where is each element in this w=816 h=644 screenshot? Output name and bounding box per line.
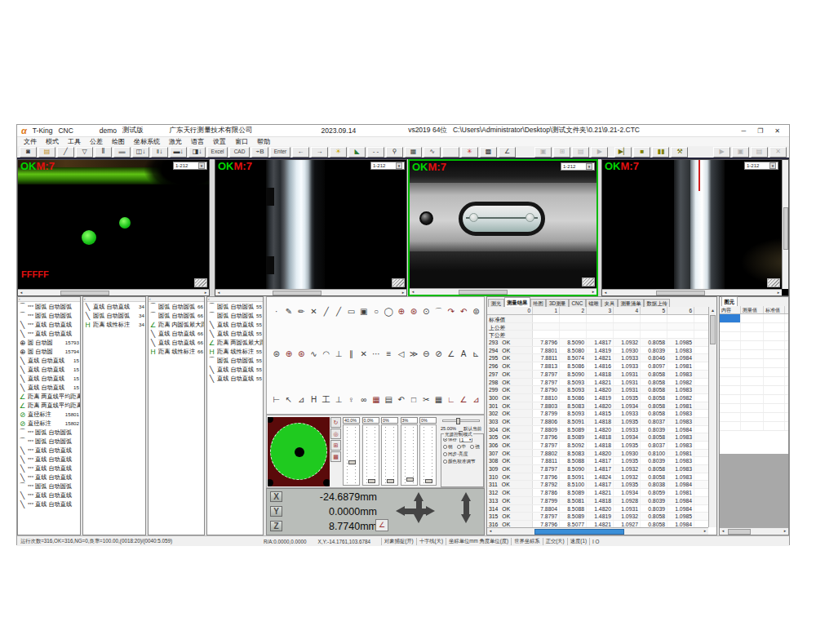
element-cell[interactable]	[764, 404, 785, 412]
table-row[interactable]: 316OK7.87968.50771.48211.09270.80581.098…	[487, 521, 708, 527]
tool-icon-r1-4[interactable]: ✕	[308, 305, 320, 318]
list-item[interactable]: ╲直线自动直线34	[83, 302, 145, 311]
cell[interactable]: 7.8799	[533, 410, 560, 417]
cell[interactable]: 7.8804	[533, 505, 560, 513]
element-cell[interactable]	[741, 359, 764, 367]
slider-track[interactable]	[381, 424, 398, 486]
slider-track[interactable]	[401, 424, 418, 486]
camera-pane-2[interactable]: OKM:7 1-212▾ ◂▸	[215, 159, 407, 296]
cell[interactable]: 1.0933	[614, 362, 641, 370]
cell[interactable]: 1.4820	[587, 426, 614, 433]
tool-icon-r3-1[interactable]: ⊢	[270, 393, 282, 406]
cell[interactable]: 7.8790	[533, 386, 560, 393]
resize-grip-icon[interactable]	[194, 278, 207, 287]
tab-2[interactable]: 测量结果	[504, 297, 530, 307]
element-row[interactable]	[720, 323, 788, 332]
cell[interactable]: 7.8801	[533, 347, 560, 354]
element-row[interactable]	[720, 404, 788, 413]
cell[interactable]: 8.5088	[560, 457, 587, 464]
tool-icon-r2-9[interactable]: ⋯	[370, 348, 382, 360]
cell[interactable]: 1.4820	[587, 505, 614, 513]
list-item[interactable]: ╲直线自动直线55	[207, 320, 263, 329]
tab-7[interactable]: 夹具	[601, 299, 618, 307]
chevron-down-icon[interactable]: ▾	[769, 162, 776, 169]
tool-icon-r1-5[interactable]: ╱	[320, 305, 332, 318]
element-row[interactable]	[720, 359, 788, 368]
ramp-button[interactable]: ◣	[348, 147, 366, 158]
chevron-down-icon[interactable]: ▾	[586, 163, 592, 170]
list-item[interactable]: ╲***直线自动直线	[18, 500, 80, 509]
level-radio-1[interactable]: 弱	[443, 444, 453, 451]
table-row[interactable]: 300OK7.88108.50861.48191.09350.80581.098…	[487, 394, 708, 402]
tolerance-row[interactable]: 标准值	[487, 315, 708, 323]
level-radio-3[interactable]: 强	[470, 444, 480, 451]
element-cell[interactable]	[720, 323, 741, 331]
list-item[interactable]: ╲圆弧自动圆弧34	[83, 311, 145, 320]
cell[interactable]: 0.8058	[641, 521, 667, 527]
light-mode-button-4[interactable]: ▩	[330, 451, 341, 462]
element-row[interactable]	[720, 395, 788, 404]
list-item[interactable]: ╲直线自动直线15	[18, 383, 80, 392]
element-cell[interactable]	[741, 350, 764, 358]
cell[interactable]: 7.8806	[533, 418, 560, 425]
cell[interactable]: 1.4818	[587, 371, 614, 378]
cell[interactable]: 8.5093	[560, 386, 587, 393]
excel-export-button[interactable]: Excel	[207, 147, 228, 158]
master-brightness-slider[interactable]	[442, 420, 480, 422]
list-item[interactable]: ⌒***圆弧自动圆弧	[18, 311, 80, 320]
tool-icon-r3-12[interactable]: □	[407, 393, 419, 406]
list-item[interactable]: ⊕圆自动圆15794	[18, 347, 80, 356]
camera-pane-3-active[interactable]: OKM:7 1-212▾ ◂▸	[408, 159, 598, 296]
tool-icon-r3-2[interactable]: ↖	[282, 393, 295, 406]
cell[interactable]: 7.8811	[533, 354, 560, 362]
cell[interactable]: 1.0983	[667, 442, 694, 449]
list-item[interactable]: ⌒圆弧自动圆弧66	[149, 311, 204, 320]
cell[interactable]: 1.0928	[614, 497, 641, 504]
cell[interactable]: 7.8797	[533, 379, 560, 386]
light-mode-button-3[interactable]: ⊞	[330, 440, 341, 451]
element-cell[interactable]	[720, 386, 741, 394]
tool-icon-r2-17[interactable]: ⊾	[470, 348, 482, 360]
element-cell[interactable]	[720, 314, 741, 322]
cell[interactable]	[667, 323, 694, 331]
menu-item-2[interactable]: 模式	[46, 137, 59, 146]
list-item[interactable]: ∠距离两直线平均距离	[18, 401, 80, 410]
cell[interactable]	[641, 315, 667, 322]
slider-track[interactable]	[362, 424, 379, 486]
scroll-thumb[interactable]	[534, 529, 624, 535]
tool-icon-r3-15[interactable]: ∟	[445, 393, 457, 406]
cell[interactable]: 1.0931	[614, 386, 641, 393]
camera3-hscrollbar[interactable]: ◂▸	[410, 288, 596, 295]
tool-icon-r3-9[interactable]: ▦	[370, 393, 382, 406]
cell[interactable]: 8.5083	[560, 450, 587, 457]
cell[interactable]: 0.8058	[641, 473, 667, 481]
cell[interactable]: 1.0932	[614, 473, 641, 481]
element-cell[interactable]	[741, 386, 764, 394]
element-cell[interactable]	[720, 359, 741, 367]
cell[interactable]	[587, 315, 614, 322]
table-row[interactable]: 312OK7.87868.50891.48211.09340.80591.098…	[487, 489, 708, 497]
element-cell[interactable]	[764, 395, 785, 403]
list-item[interactable]: ∠距离两圆弧最大距	[207, 338, 263, 347]
table-row[interactable]: 295OK7.88118.50741.48211.09330.80461.098…	[487, 354, 708, 362]
tool-icon-r2-14[interactable]: ⊘	[432, 348, 445, 360]
tool-icon-r1-17[interactable]: ⊜	[470, 305, 482, 318]
table-row[interactable]: 297OK7.87978.50901.48181.09310.80581.098…	[487, 371, 708, 379]
block-down-button[interactable]: ▬↓	[170, 147, 187, 158]
play-disabled-button[interactable]: ▶	[713, 147, 730, 158]
list-item[interactable]: ╲***直线自动直线	[18, 329, 80, 338]
cell[interactable]: 1.4817	[587, 457, 614, 464]
light-bulb-button[interactable]: ☀	[330, 147, 347, 158]
tool-icon-r2-8[interactable]: ✕	[357, 348, 370, 360]
cell[interactable]	[614, 323, 641, 331]
table-row[interactable]: 296OK7.88138.50861.48161.09330.80971.098…	[487, 362, 708, 371]
menu-item-1[interactable]: 文件	[24, 137, 37, 146]
element-cell[interactable]	[764, 332, 785, 340]
list-item[interactable]: ⌒***圆弧自动圆弧	[18, 482, 80, 491]
chevron-down-icon[interactable]: ▾	[396, 162, 402, 169]
cell[interactable]: 0.8058	[641, 339, 667, 346]
element-cell[interactable]	[764, 386, 785, 394]
cell[interactable]: 0.8037	[641, 442, 667, 449]
element-row[interactable]	[720, 314, 788, 323]
element-cell[interactable]	[720, 422, 741, 430]
